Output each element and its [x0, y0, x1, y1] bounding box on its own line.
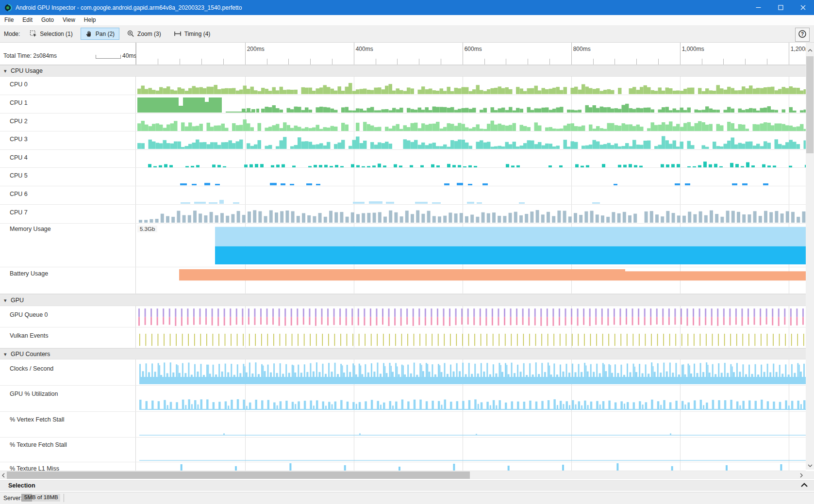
track-label-memory-usage[interactable]: Memory Usage	[10, 226, 51, 232]
scale-label: 40ms	[122, 52, 136, 59]
ruler-minor-tick	[593, 59, 594, 65]
ruler-minor-tick	[549, 59, 550, 65]
mode-button-selection[interactable]: Selection (1)	[25, 28, 77, 40]
track-chart-pct-texture-l1-miss[interactable]	[136, 462, 806, 471]
ruler-minor-tick	[636, 59, 637, 65]
track-chart-cpu-3[interactable]	[136, 131, 806, 149]
ruler-minor-tick	[201, 59, 202, 65]
group-header-cpu-usage[interactable]: ▾CPU Usage	[0, 65, 806, 77]
track-chart-cpu-5[interactable]	[136, 168, 806, 186]
menu-item-goto[interactable]: Goto	[37, 15, 58, 25]
menu-item-file[interactable]: File	[0, 15, 18, 25]
collapse-panel-chevron-icon[interactable]	[800, 482, 808, 489]
track-chart-cpu-4[interactable]	[136, 150, 806, 168]
track-label-cpu-0[interactable]: CPU 0	[10, 81, 28, 88]
track-label-cpu-3[interactable]: CPU 3	[10, 136, 28, 143]
track-label-battery-usage[interactable]: Battery Usage	[10, 270, 48, 277]
group-header-gpu-counters[interactable]: ▾GPU Counters	[0, 348, 806, 359]
mode-button-zoom[interactable]: Zoom (3)	[122, 28, 166, 40]
menu-item-edit[interactable]: Edit	[18, 15, 37, 25]
track-label-clocks-per-second[interactable]: Clocks / Second	[10, 365, 53, 372]
track-chart-cpu-6[interactable]	[136, 186, 806, 204]
ruler-minor-tick	[180, 59, 180, 65]
track-chart-gpu-queue-0[interactable]	[136, 306, 806, 327]
track-row-battery-usage: Battery Usage	[0, 267, 806, 294]
track-row-cpu-5: CPU 5	[0, 168, 806, 186]
track-label-pct-texture-l1-miss[interactable]: % Texture L1 Miss	[10, 465, 59, 471]
scroll-up-arrow-icon[interactable]	[806, 47, 814, 54]
track-chart-gpu-pct-utilization[interactable]	[136, 386, 806, 411]
timing-icon	[174, 30, 182, 37]
mode-button-timing[interactable]: Timing (4)	[169, 28, 216, 40]
mode-button-pan[interactable]: Pan (2)	[81, 28, 119, 40]
scroll-left-arrow-icon[interactable]	[0, 471, 7, 479]
track-label-cpu-7[interactable]: CPU 7	[10, 209, 28, 216]
ruler-minor-tick	[615, 59, 615, 65]
collapse-triangle-icon: ▾	[4, 68, 7, 74]
track-label-cpu-6[interactable]: CPU 6	[10, 191, 28, 197]
group-header-label: CPU Usage	[11, 67, 43, 74]
ruler-major-tick	[680, 43, 681, 65]
maximize-button[interactable]	[769, 0, 792, 15]
track-label-cpu-5[interactable]: CPU 5	[10, 172, 28, 179]
ruler-major-tick	[571, 43, 572, 65]
title-bar[interactable]: Android GPU Inspector - com.google.andro…	[0, 0, 814, 15]
menu-item-help[interactable]: Help	[80, 15, 100, 25]
vertical-scroll-thumb[interactable]	[806, 56, 814, 153]
track-chart-pct-vertex-fetch-stall[interactable]	[136, 412, 806, 437]
ruler-tick-label: 1,000ms	[682, 46, 704, 52]
track-row-clocks-per-second: Clocks / Second	[0, 359, 806, 386]
track-chart-vulkan-events[interactable]	[136, 327, 806, 348]
ruler-major-tick	[245, 43, 246, 65]
track-chart-cpu-0[interactable]	[136, 77, 806, 95]
mode-button-label: Pan (2)	[96, 31, 115, 37]
help-icon: ?	[798, 30, 807, 40]
ruler-major-tick	[354, 43, 354, 65]
pan-icon	[85, 30, 93, 37]
track-chart-memory-usage[interactable]	[136, 224, 806, 267]
horizontal-scroll-thumb[interactable]	[7, 471, 470, 479]
ruler-minor-tick	[158, 59, 158, 65]
timeline-ruler[interactable]: Total Time: 2s084ms 40ms 200ms400ms600ms…	[0, 43, 814, 65]
mode-toolbar: Mode: Selection (1)Pan (2)Zoom (3)Timing…	[0, 25, 814, 43]
help-button[interactable]: ?	[795, 28, 810, 42]
ruler-tick-label: 600ms	[465, 46, 482, 52]
ruler-minor-tick	[419, 59, 419, 65]
ruler-minor-tick	[702, 59, 702, 65]
scrollbar-corner	[806, 471, 814, 479]
track-label-gpu-pct-utilization[interactable]: GPU % Utilization	[10, 390, 58, 397]
track-row-cpu-7: CPU 7	[0, 205, 806, 224]
close-button[interactable]	[792, 0, 814, 15]
track-row-memory-usage: Memory Usage5.3Gb	[0, 224, 806, 267]
track-chart-cpu-2[interactable]	[136, 114, 806, 131]
track-label-cpu-2[interactable]: CPU 2	[10, 118, 28, 125]
horizontal-scrollbar[interactable]	[0, 471, 806, 479]
track-chart-pct-texture-fetch-stall[interactable]	[136, 438, 806, 462]
status-separator	[64, 494, 64, 502]
track-label-vulkan-events[interactable]: Vulkan Events	[10, 332, 48, 339]
collapse-triangle-icon: ▾	[4, 297, 7, 304]
selection-panel-title: Selection	[8, 482, 35, 489]
track-label-cpu-4[interactable]: CPU 4	[10, 154, 28, 161]
zoom-icon	[127, 30, 134, 37]
scroll-down-arrow-icon[interactable]	[806, 462, 814, 470]
group-header-gpu[interactable]: ▾GPU	[0, 294, 806, 306]
track-chart-cpu-7[interactable]	[136, 205, 806, 223]
vertical-scrollbar[interactable]	[806, 43, 814, 470]
track-area[interactable]: ▾CPU UsageCPU 0CPU 1CPU 2CPU 3CPU 4CPU 5…	[0, 65, 814, 471]
menu-item-view[interactable]: View	[58, 15, 80, 25]
track-chart-clocks-per-second[interactable]	[136, 359, 806, 385]
track-label-cpu-1[interactable]: CPU 1	[10, 99, 28, 106]
minimize-button[interactable]	[747, 0, 769, 15]
track-label-pct-texture-fetch-stall[interactable]: % Texture Fetch Stall	[10, 441, 67, 448]
ruler-minor-tick	[397, 59, 398, 65]
track-chart-cpu-1[interactable]	[136, 95, 806, 113]
track-label-gpu-queue-0[interactable]: GPU Queue 0	[10, 311, 48, 318]
menu-bar: FileEditGotoViewHelp	[0, 15, 814, 25]
track-chart-battery-usage[interactable]	[136, 267, 806, 293]
ruler-minor-tick	[767, 59, 767, 65]
selection-icon	[30, 30, 37, 37]
scroll-right-arrow-icon[interactable]	[798, 471, 805, 479]
window-title: Android GPU Inspector - com.google.andro…	[16, 4, 242, 11]
track-label-pct-vertex-fetch-stall[interactable]: % Vertex Fetch Stall	[10, 416, 65, 423]
